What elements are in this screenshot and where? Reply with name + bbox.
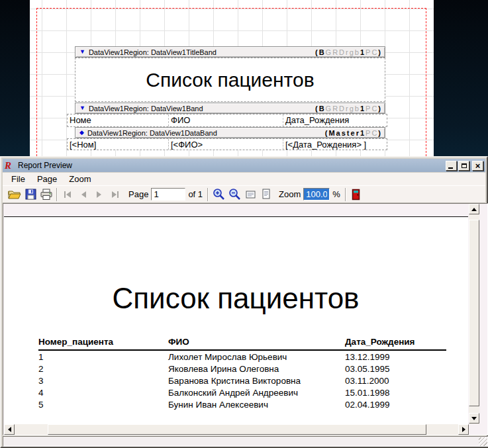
band-diamond-icon: ◆: [79, 130, 84, 136]
scroll-left-button[interactable]: [4, 424, 15, 435]
designer-header-cell-fio[interactable]: ФИО: [171, 115, 190, 125]
maximize-icon: [462, 163, 467, 168]
printer-icon: [40, 189, 53, 201]
zoom-label: Zoom: [279, 189, 301, 199]
zoom-value-input[interactable]: [303, 188, 330, 201]
cell-separator: [283, 114, 283, 126]
vertical-scroll-thumb[interactable]: [469, 220, 479, 406]
cell-number: 3: [38, 376, 44, 386]
resize-grip[interactable]: [479, 437, 487, 446]
menu-bar: File Page Zoom: [3, 173, 485, 185]
designer-data-cell-number[interactable]: [<Ном]: [70, 140, 96, 150]
designer-surface: ▼ DataView1Region: DataView1TitleBand (B…: [30, 0, 434, 156]
save-floppy-icon: [25, 189, 36, 200]
band-flags: (BGRDrgb1PC): [315, 105, 382, 112]
previous-page-icon: [78, 190, 89, 199]
cell-fio: Бунин Иван Алексеевич: [168, 400, 268, 410]
toolbar-separator: [345, 188, 346, 201]
maximize-button[interactable]: [458, 161, 469, 171]
designer-header-row[interactable]: Номе ФИО Дата_Рождения: [67, 114, 387, 127]
cell-fio: Балконский Андрей Андреевич: [168, 388, 298, 398]
designer-data-cell-birthdate[interactable]: [<Дата_Рождения> ]: [285, 140, 366, 150]
cell-separator: [283, 139, 283, 150]
band-header-headerband[interactable]: ▼ DataView1Region: DataView1Band (BGRDrg…: [75, 103, 385, 114]
menu-page[interactable]: Page: [31, 173, 63, 185]
cell-number: 1: [38, 352, 44, 362]
save-button[interactable]: [23, 187, 38, 202]
page-margin-left: [36, 8, 37, 156]
cell-number: 2: [38, 364, 44, 374]
whole-page-button[interactable]: [258, 187, 274, 202]
arrow-right-icon: [462, 427, 465, 432]
open-folder-icon: [8, 189, 21, 200]
whole-page-icon: [262, 189, 271, 200]
cell-number: 5: [38, 400, 44, 410]
last-page-button[interactable]: [107, 187, 123, 202]
column-header-number: Номер_пациента: [38, 337, 113, 347]
exit-door-icon: [352, 189, 360, 201]
band-flags: (BGRDrgb1PC): [315, 48, 382, 56]
cell-birthdate: 03.05.1995: [345, 364, 390, 374]
minimize-icon: [448, 167, 453, 169]
print-button[interactable]: [38, 187, 54, 202]
zoom-out-button[interactable]: [226, 187, 242, 202]
exit-button[interactable]: [348, 187, 364, 202]
arrow-up-icon: [471, 208, 477, 211]
report-title: Список пациентов: [4, 283, 467, 314]
column-header-fio: ФИО: [168, 337, 189, 347]
next-page-icon: [94, 190, 105, 199]
preview-client-area: Список пациентов Номер_пациента ФИО Дата…: [3, 203, 488, 435]
window-titlebar[interactable]: R Report Preview ×: [3, 159, 485, 172]
horizontal-scroll-thumb[interactable]: [48, 424, 426, 435]
page-number-input[interactable]: [151, 188, 185, 201]
designer-header-cell-birthdate[interactable]: Дата_Рождения: [285, 115, 349, 125]
cell-birthdate: 02.04.1999: [345, 400, 390, 410]
minimize-button[interactable]: [446, 161, 457, 171]
page-width-button[interactable]: [242, 187, 258, 202]
scroll-up-button[interactable]: [469, 204, 479, 214]
designer-data-row[interactable]: [<Ном] [<ФИО> [<Дата_Рождения> ]: [67, 138, 387, 150]
designer-header-cell-number[interactable]: Номе: [70, 115, 91, 125]
cell-fio: Яковлева Ирина Олеговна: [168, 364, 279, 374]
zoom-in-button[interactable]: [211, 187, 226, 202]
cell-fio: Лихолет Мирослав Юрьевич: [168, 352, 287, 362]
designer-report-title[interactable]: Список пациентов: [75, 58, 385, 102]
menu-zoom[interactable]: Zoom: [63, 173, 97, 185]
next-page-button[interactable]: [91, 187, 107, 202]
page-label: Page: [128, 189, 148, 199]
vertical-scrollbar[interactable]: [469, 204, 479, 424]
table-row: 5 Бунин Иван Алексеевич 02.04.1999: [38, 400, 446, 412]
desktop-background: ▼ DataView1Region: DataView1TitleBand (B…: [0, 0, 488, 448]
scroll-right-button[interactable]: [458, 424, 469, 435]
band-triangle-icon: ▼: [79, 105, 85, 111]
scroll-down-button[interactable]: [469, 413, 479, 424]
first-page-button[interactable]: [60, 187, 75, 202]
menu-file[interactable]: File: [5, 173, 31, 185]
page-margin-right: [426, 8, 426, 156]
percent-label: %: [332, 189, 340, 199]
table-row: 1 Лихолет Мирослав Юрьевич 13.12.1999: [38, 352, 446, 364]
cell-birthdate: 13.12.1999: [345, 352, 390, 362]
toolbar-separator: [56, 188, 58, 201]
horizontal-scrollbar[interactable]: [4, 424, 469, 435]
table-row: 3 Баранова Кристина Викторовна 03.11.200…: [38, 376, 446, 388]
table-row: 2 Яковлева Ирина Олеговна 03.05.1995: [38, 364, 446, 376]
cell-separator: [168, 139, 169, 150]
table-row: 4 Балконский Андрей Андреевич 15.01.1998: [38, 388, 446, 400]
toolbar-separator: [207, 188, 209, 201]
zoom-out-icon: [228, 188, 241, 201]
designer-data-cell-fio[interactable]: [<ФИО>: [171, 140, 203, 150]
band-header-databand[interactable]: ◆ DataView1Region: DataView1DataBand (Ma…: [75, 127, 385, 138]
band-header-titleband[interactable]: ▼ DataView1Region: DataView1TitleBand (B…: [75, 46, 385, 58]
close-button[interactable]: ×: [472, 161, 483, 171]
page-of-label: of 1: [188, 189, 203, 199]
band-triangle-icon: ▼: [79, 49, 85, 55]
report-preview-window: R Report Preview × File Page Zoom: [0, 156, 488, 448]
arrow-left-icon: [8, 427, 11, 432]
open-button[interactable]: [7, 187, 23, 202]
previous-page-button[interactable]: [75, 187, 91, 202]
zoom-in-icon: [213, 188, 225, 201]
arrow-down-icon: [471, 417, 477, 420]
close-icon: ×: [475, 162, 481, 169]
cell-separator: [168, 114, 169, 126]
